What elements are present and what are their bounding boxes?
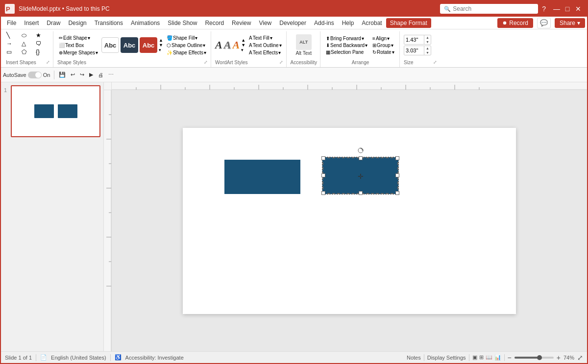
menu-animations[interactable]: Animations [127,18,164,28]
shape-effects-btn[interactable]: ✨ Shape Effects ▾ [165,49,208,56]
redo-btn[interactable]: ↪ [78,71,86,79]
height-up-arrow[interactable]: ▲ [424,35,431,40]
text-box-btn[interactable]: ⬜ Text Box [57,42,99,49]
style-scroll-arrows[interactable]: ▲ ▼ ▾ [159,38,163,52]
shape-arrow-icon[interactable]: → [6,40,21,48]
width-up-arrow[interactable]: ▲ [424,46,431,50]
slide-sorter-btn[interactable]: ⊞ [479,354,484,361]
menu-draw[interactable]: Draw [43,18,64,28]
reading-view-btn[interactable]: 📖 [486,354,492,361]
text-outline-btn[interactable]: A Text Outline ▾ [247,42,283,49]
display-settings-btn[interactable]: Display Settings [427,355,466,361]
accessibility-status[interactable]: Accessibility: Investigate [125,355,184,361]
help-icon[interactable]: ? [542,5,546,13]
menu-view[interactable]: View [255,18,275,28]
rotate-btn[interactable]: ↻ Rotate ▾ [371,49,395,55]
wordart-scroll-arrows[interactable]: ▲ ▼ ▾ [241,38,245,52]
menu-help[interactable]: Help [338,18,358,28]
wordart-style-3[interactable]: A [232,39,240,51]
width-input[interactable]: ▲ ▼ [404,46,431,55]
minimize-button[interactable]: — [552,4,562,14]
shape-callout-icon[interactable]: 🗨 [35,40,50,48]
menu-shape-format[interactable]: Shape Format [386,18,431,28]
menu-addins[interactable]: Add-ins [310,18,338,28]
comment-button[interactable]: 💬 [537,18,551,28]
menu-slideshow[interactable]: Slide Show [164,18,201,28]
height-field[interactable] [404,36,424,43]
merge-shapes-btn[interactable]: ⊕ Merge Shapes ▾ [57,49,99,56]
menu-developer[interactable]: Developer [275,18,310,28]
bring-forward-btn[interactable]: ⬆ Bring Forward ▾ [324,35,369,42]
text-effects-btn[interactable]: A Text Effects ▾ [247,49,283,56]
slide-thumbnail-1[interactable] [11,85,100,137]
align-btn[interactable]: ≡ Align ▾ [371,35,395,42]
shape-styles-expand[interactable]: ⤢ [204,60,208,65]
shape-brace-icon[interactable]: {} [35,48,50,56]
menu-review[interactable]: Review [228,18,255,28]
autosave-toggle[interactable] [28,72,42,78]
menu-acrobat[interactable]: Acrobat [358,18,386,28]
notes-btn[interactable]: Notes [407,355,421,361]
handle-tr[interactable] [395,156,399,160]
width-field[interactable] [404,47,424,54]
menu-insert[interactable]: Insert [20,18,43,28]
wordart-style-1[interactable]: A [215,39,222,51]
menu-design[interactable]: Design [64,18,90,28]
shape-rect-icon[interactable]: ▭ [6,48,21,56]
menu-file[interactable]: File [3,18,20,28]
send-backward-btn[interactable]: ⬇ Send Backward ▾ [324,42,369,49]
zoom-level[interactable]: 74% [564,355,574,361]
selection-pane-btn[interactable]: ▦ Selection Pane [324,49,369,55]
undo-btn[interactable]: ↩ [69,71,77,79]
shape-style-1-btn[interactable]: Abc [101,37,119,53]
fit-slide-btn[interactable]: ⤢ [577,354,583,362]
zoom-slider[interactable] [514,357,554,359]
maximize-button[interactable]: □ [563,4,572,14]
presenter-view-btn[interactable]: 📊 [494,354,501,361]
wordart-style-2[interactable]: A [224,39,231,51]
search-input[interactable] [453,5,534,12]
handle-bl[interactable] [321,191,325,195]
handle-tm[interactable] [359,156,363,160]
handle-ml[interactable] [321,173,325,177]
handle-bm[interactable] [359,191,363,195]
group-btn[interactable]: ⊞ Group ▾ [371,42,395,49]
shape-rect-2-selected[interactable]: ✛ [322,157,398,194]
menu-record-tab[interactable]: Record [201,18,228,28]
shape-rect-1[interactable] [224,160,300,194]
edit-shape-btn[interactable]: ✏ Edit Shape ▾ [57,35,99,41]
shape-style-2-btn[interactable]: Abc [121,37,138,53]
zoom-in-btn[interactable]: + [557,354,561,362]
handle-br[interactable] [395,191,399,195]
height-down-arrow[interactable]: ▼ [424,40,431,44]
handle-mr[interactable] [395,173,399,177]
save-btn[interactable]: 💾 [57,71,68,79]
handle-tl[interactable] [321,156,325,160]
insert-shapes-expand[interactable]: ⤢ [46,60,50,65]
menu-transitions[interactable]: Transitions [91,18,127,28]
zoom-out-btn[interactable]: − [508,354,512,362]
shape-fill-btn[interactable]: 🪣 Shape Fill ▾ [165,35,208,41]
normal-view-btn[interactable]: ▣ [472,354,477,361]
shape-outline-btn[interactable]: ⬡ Shape Outline ▾ [165,42,208,49]
shape-line-icon[interactable]: ╲ [6,31,21,39]
slide-1[interactable]: ✛ [183,128,516,314]
shape-oval-icon[interactable]: ⬭ [21,31,35,39]
text-fill-btn[interactable]: A Text Fill ▾ [247,35,283,41]
zoom-thumb[interactable] [537,355,542,360]
rotate-handle[interactable] [358,147,364,153]
present-btn[interactable]: ▶ [87,71,95,79]
shape-triangle-icon[interactable]: △ [21,40,35,48]
more-tools-btn[interactable]: ⋯ [106,71,116,79]
shape-pentagon-icon[interactable]: ⬠ [21,48,35,56]
slide-canvas[interactable]: ✛ [112,90,587,351]
record-button[interactable]: ⏺ Record [497,18,533,28]
shape-style-3-btn[interactable]: Abc [140,37,157,53]
width-down-arrow[interactable]: ▼ [424,50,431,55]
shape-star-icon[interactable]: ★ [35,31,50,39]
height-input[interactable]: ▲ ▼ [404,35,431,45]
print-btn[interactable]: 🖨 [96,71,105,79]
alt-text-btn[interactable]: ALT Alt Text [294,33,314,57]
share-button[interactable]: Share ▾ [555,18,585,28]
search-box[interactable]: 🔍 [440,4,538,14]
